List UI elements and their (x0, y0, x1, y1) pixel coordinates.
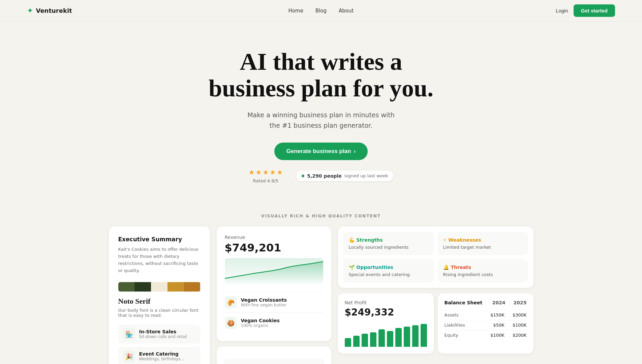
hero-subtitle: Make a winning business plan in minutes … (7, 110, 635, 130)
revenue-chart (225, 258, 323, 285)
product-croissants-sub: With fine vegan butter (241, 303, 287, 307)
star-row: ★ ★ ★ ★ ★ (249, 168, 283, 176)
login-button[interactable]: Login (556, 8, 568, 13)
swot-weaknesses-title: ⚡ Weaknesses (443, 237, 523, 243)
product-croissants: 🥐 Vegan Croissants With fine vegan butte… (225, 292, 323, 312)
nav-blog[interactable]: Blog (315, 8, 327, 14)
bar-2 (353, 336, 360, 347)
strengths-icon: 💪 (349, 237, 355, 243)
font-desc: Our body font is a clean circular font t… (118, 308, 201, 318)
product-croissants-info: Vegan Croissants With fine vegan butter (241, 297, 287, 307)
net-profit-card: Net Profit $249,332 (338, 293, 434, 354)
swatch-4 (167, 282, 184, 292)
bar-6 (387, 331, 393, 347)
star-2: ★ (255, 168, 262, 176)
channel-event-sub: Weddings, birthdays... (139, 357, 184, 361)
channel-store-sub: Sit-down cafe and retail (139, 334, 187, 339)
balance-row-liabilities: Liabilities $50K $100K (445, 320, 527, 330)
star-3: ★ (263, 168, 269, 176)
star-5: ★ (277, 168, 283, 176)
net-profit-label: Net Profit (345, 300, 427, 305)
net-profit-value: $249,332 (345, 307, 427, 318)
year-2024: 2024 (492, 300, 506, 305)
donut-section: Vegan Gluten Free Health Conscious (223, 359, 325, 364)
nav-right: Login Get started (556, 4, 615, 17)
liabilities-label: Liabilities (445, 323, 465, 328)
exec-summary-text: Kait's Cookies aims to offer delicious t… (118, 246, 201, 274)
equity-2025: $200K (513, 333, 527, 338)
swot-weaknesses-text: Limited target market (443, 245, 523, 250)
assets-vals: $150K $300K (490, 312, 526, 317)
logo[interactable]: ✦ Venturekit (27, 6, 72, 15)
revenue-label: Revenue (225, 235, 323, 240)
cookie-icon: 🍪 (225, 317, 237, 329)
product-cookies-sub: 100% organic (241, 323, 280, 328)
swot-weaknesses: ⚡ Weaknesses Limited target market (438, 232, 528, 255)
nav-about[interactable]: About (339, 8, 354, 14)
bar-4 (370, 332, 376, 347)
bar-8 (404, 327, 410, 347)
balance-row-assets: Assets $150K $300K (445, 310, 527, 320)
center-column: Revenue $749,201 🥐 Vegan Cr (217, 226, 331, 364)
liabilities-vals: $50K $100K (493, 323, 527, 328)
opportunities-icon: 🌱 (349, 265, 355, 270)
star-1: ★ (249, 168, 255, 176)
rating-text: Rated 4.9/5 (253, 178, 279, 183)
logo-icon: ✦ (27, 6, 33, 15)
bottom-row: Net Profit $249,332 Balance Sh (338, 293, 533, 354)
assets-2024: $150K (490, 312, 505, 317)
signup-badge: 5,290 people signed up last week (296, 171, 393, 181)
star-4: ★ (270, 168, 276, 176)
weaknesses-icon: ⚡ (443, 237, 447, 243)
swot-threats-text: Rising ingredient costs (443, 272, 523, 277)
bar-chart (345, 323, 427, 347)
swot-opportunities-text: Special events and catering (349, 272, 428, 277)
product-cookies-name: Vegan Cookies (241, 318, 280, 323)
generate-button[interactable]: Generate business plan › (274, 143, 368, 160)
swatch-2 (134, 282, 151, 292)
revenue-card: Revenue $749,201 🥐 Vegan Cr (217, 226, 331, 341)
right-column: 💪 Strengths Locally sourced ingredients … (338, 226, 533, 364)
swatch-1 (118, 282, 135, 292)
balance-sheet-header: Balance Sheet 2024 2025 (445, 300, 527, 305)
channel-list: 🏪 In-Store Sales Sit-down cafe and retai… (118, 325, 201, 364)
rating-widget: ★ ★ ★ ★ ★ Rated 4.9/5 (249, 168, 283, 183)
balance-sheet-card: Balance Sheet 2024 2025 Assets $150K $30… (438, 293, 533, 354)
bar-1 (345, 338, 351, 347)
signup-count: 5,290 people (307, 173, 342, 179)
get-started-button[interactable]: Get started (574, 4, 615, 17)
bar-7 (395, 328, 402, 347)
dashboard-preview: Executive Summary Kait's Cookies aims to… (0, 226, 642, 364)
swot-threats-title: 🔔 Threats (443, 265, 523, 270)
hero-headline: AI that writes a business plan for you. (170, 49, 473, 102)
balance-row-equity: Equity $100K $200K (445, 330, 527, 340)
swatch-5 (184, 282, 201, 292)
channel-store-info: In-Store Sales Sit-down cafe and retail (139, 329, 187, 339)
navbar: ✦ Venturekit Home Blog About Login Get s… (0, 0, 642, 22)
balance-sheet-years: 2024 2025 (492, 300, 527, 305)
green-dot-icon (302, 175, 304, 177)
left-card: Executive Summary Kait's Cookies aims to… (109, 226, 210, 364)
liabilities-2025: $100K (513, 323, 527, 328)
swot-strengths: 💪 Strengths Locally sourced ingredients (343, 232, 434, 255)
equity-vals: $100K $200K (490, 333, 526, 338)
font-name: Noto Serif (118, 297, 201, 306)
bar-5 (378, 329, 385, 347)
bar-9 (412, 325, 419, 347)
threats-icon: 🔔 (443, 265, 449, 270)
channel-store-name: In-Store Sales (139, 329, 187, 334)
liabilities-2024: $50K (493, 323, 505, 328)
channel-item-event: 🎉 Event Catering Weddings, birthdays... (118, 347, 201, 364)
channel-item-store: 🏪 In-Store Sales Sit-down cafe and retai… (118, 325, 201, 343)
nav-home[interactable]: Home (288, 8, 303, 14)
equity-label: Equity (445, 333, 458, 338)
event-icon: 🎉 (123, 350, 135, 362)
swot-strengths-title: 💪 Strengths (349, 237, 428, 243)
assets-label: Assets (445, 312, 459, 317)
balance-sheet-title: Balance Sheet (445, 300, 483, 305)
signup-sub: signed up last week (344, 173, 388, 178)
logo-text: Venturekit (36, 7, 72, 14)
year-2025: 2025 (514, 300, 527, 305)
hero-section: AI that writes a business plan for you. … (0, 22, 642, 200)
section-label: VISUALLY RICH & HIGH QUALITY CONTENT (0, 214, 642, 218)
